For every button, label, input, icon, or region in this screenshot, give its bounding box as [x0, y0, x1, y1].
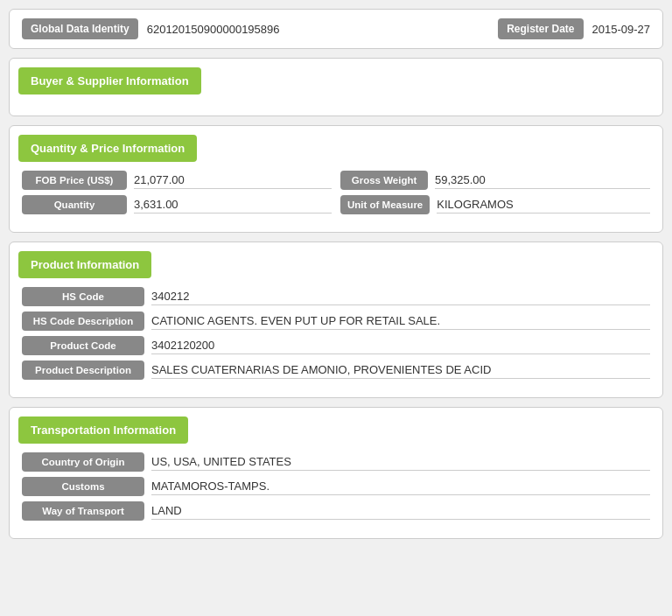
product-body: HS Code 340212 HS Code Description CATIO… — [10, 278, 662, 397]
buyer-supplier-header: Buyer & Supplier Information — [18, 67, 201, 94]
product-code-label: Product Code — [22, 336, 144, 355]
hs-code-label: HS Code — [22, 287, 144, 306]
global-data-value: 620120150900000195896 — [147, 23, 489, 36]
gross-weight-value: 59,325.00 — [435, 172, 650, 189]
quantity-uom-row: Quantity 3,631.00 Unit of Measure KILOGR… — [22, 195, 650, 214]
hs-code-desc-label: HS Code Description — [22, 312, 144, 331]
gross-weight-label: Gross Weight — [340, 171, 428, 190]
customs-label: Customs — [22, 477, 144, 496]
transportation-section: Transportation Information Country of Or… — [9, 407, 663, 539]
unit-of-measure-value: KILOGRAMOS — [437, 196, 650, 214]
unit-of-measure-label: Unit of Measure — [340, 195, 430, 214]
quantity-pair: Quantity 3,631.00 — [22, 195, 332, 214]
way-of-transport-row: Way of Transport LAND — [22, 501, 650, 521]
page-wrapper: Global Data Identity 6201201509000001958… — [9, 9, 663, 539]
hs-code-value: 340212 — [151, 288, 650, 305]
register-date-label: Register Date — [498, 18, 583, 39]
product-section: Product Information HS Code 340212 HS Co… — [9, 242, 663, 398]
customs-value: MATAMOROS-TAMPS. — [151, 478, 650, 495]
hs-code-row: HS Code 340212 — [22, 287, 650, 306]
hs-code-desc-value: CATIONIC AGENTS. EVEN PUT UP FOR RETAIL … — [151, 312, 650, 330]
gross-weight-pair: Gross Weight 59,325.00 — [340, 171, 650, 190]
buyer-supplier-body — [10, 94, 662, 116]
transportation-body: Country of Origin US, USA, UNITED STATES… — [10, 444, 662, 538]
product-desc-label: Product Description — [22, 360, 144, 380]
way-of-transport-label: Way of Transport — [22, 501, 144, 521]
country-of-origin-row: Country of Origin US, USA, UNITED STATES — [22, 452, 650, 472]
country-of-origin-label: Country of Origin — [22, 452, 144, 472]
buyer-supplier-section: Buyer & Supplier Information — [9, 58, 663, 116]
quantity-price-header: Quantity & Price Information — [18, 135, 197, 162]
product-code-value: 3402120200 — [151, 337, 650, 354]
quantity-price-body: FOB Price (US$) 21,077.00 Gross Weight 5… — [10, 162, 662, 232]
quantity-price-section: Quantity & Price Information FOB Price (… — [9, 125, 663, 233]
hs-code-desc-row: HS Code Description CATIONIC AGENTS. EVE… — [22, 312, 650, 331]
fob-price-value: 21,077.00 — [134, 172, 332, 189]
way-of-transport-value: LAND — [151, 502, 650, 520]
identity-bar: Global Data Identity 6201201509000001958… — [9, 9, 663, 49]
product-code-row: Product Code 3402120200 — [22, 336, 650, 355]
transportation-header: Transportation Information — [18, 416, 188, 444]
product-header: Product Information — [18, 251, 151, 278]
fob-price-pair: FOB Price (US$) 21,077.00 — [22, 171, 332, 190]
register-date-value: 2015-09-27 — [592, 23, 651, 36]
quantity-label: Quantity — [22, 195, 127, 214]
fob-gross-row: FOB Price (US$) 21,077.00 Gross Weight 5… — [22, 171, 650, 190]
customs-row: Customs MATAMOROS-TAMPS. — [22, 477, 650, 496]
global-data-label: Global Data Identity — [22, 18, 138, 39]
product-desc-row: Product Description SALES CUATERNARIAS D… — [22, 360, 650, 380]
product-desc-value: SALES CUATERNARIAS DE AMONIO, PROVENIENT… — [151, 361, 650, 379]
fob-price-label: FOB Price (US$) — [22, 171, 127, 190]
unit-of-measure-pair: Unit of Measure KILOGRAMOS — [340, 195, 650, 214]
country-of-origin-value: US, USA, UNITED STATES — [151, 453, 650, 471]
quantity-value: 3,631.00 — [134, 196, 332, 214]
